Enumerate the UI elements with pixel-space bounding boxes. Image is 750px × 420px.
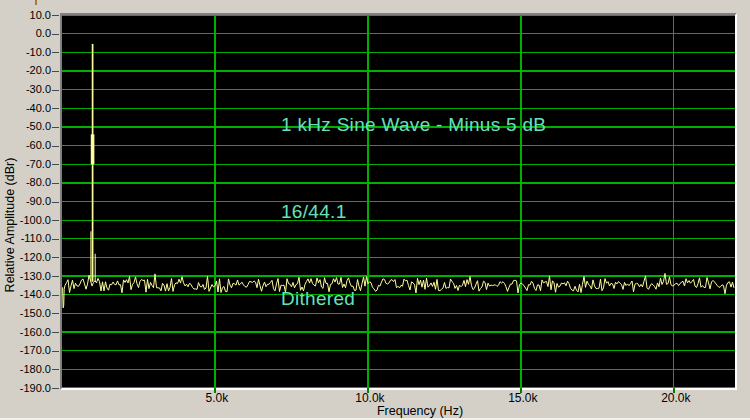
y-tick-label: -110.0 — [0, 232, 51, 245]
x-tick-label: 20.0k — [661, 391, 690, 405]
y-tick-mark — [52, 239, 59, 240]
y-tick-mark — [52, 295, 59, 296]
y-tick-label: -100.0 — [0, 214, 51, 227]
y-tick-mark — [52, 34, 59, 35]
y-tick-label: -150.0 — [0, 307, 51, 320]
x-tick-label: 15.0k — [508, 391, 537, 405]
y-tick-mark — [52, 71, 59, 72]
y-tick-mark — [52, 90, 59, 91]
y-tick-label: -130.0 — [0, 270, 51, 283]
screen-artifact-mark — [35, 0, 37, 5]
y-tick-label: -120.0 — [0, 251, 51, 264]
y-tick-label: 10.0 — [0, 9, 51, 22]
y-tick-mark — [52, 202, 59, 203]
y-tick-label: -140.0 — [0, 288, 51, 301]
chart-annotation-line-2: 16/44.1 — [281, 197, 546, 226]
y-tick-mark — [52, 146, 59, 147]
y-tick-mark — [52, 127, 59, 128]
y-tick-mark — [52, 220, 59, 221]
y-tick-mark — [52, 313, 59, 314]
y-tick-mark — [52, 332, 59, 333]
chart-annotation-line-1: 1 kHz Sine Wave - Minus 5 dB — [281, 110, 546, 139]
chart-annotation: 1 kHz Sine Wave - Minus 5 dB 16/44.1 Dit… — [281, 52, 546, 371]
y-tick-mark — [52, 257, 59, 258]
y-tick-mark — [52, 369, 59, 370]
x-axis-title: Frequency (Hz) — [377, 404, 463, 418]
y-tick-label: -40.0 — [0, 102, 51, 115]
y-tick-label: -10.0 — [0, 46, 51, 59]
y-tick-mark — [52, 276, 59, 277]
y-tick-mark — [52, 183, 59, 184]
y-tick-label: -80.0 — [0, 176, 51, 189]
y-tick-mark — [52, 52, 59, 53]
y-tick-label: -50.0 — [0, 120, 51, 133]
y-tick-label: 0.0 — [0, 27, 51, 40]
y-tick-label: -30.0 — [0, 83, 51, 96]
y-tick-label: -20.0 — [0, 64, 51, 77]
spectrum-analyzer-window: Relative Amplitude (dBr) 10.00.0-10.0-20… — [0, 0, 750, 420]
x-tick-label: 10.0k — [355, 391, 384, 405]
y-tick-label: -180.0 — [0, 363, 51, 376]
y-tick-mark — [52, 164, 59, 165]
y-tick-label: -90.0 — [0, 195, 51, 208]
y-tick-mark — [52, 108, 59, 109]
y-tick-label: -60.0 — [0, 139, 51, 152]
y-tick-label: -170.0 — [0, 344, 51, 357]
chart-annotation-line-3: Dithered — [281, 284, 546, 313]
y-tick-label: -70.0 — [0, 158, 51, 171]
y-tick-label: -190.0 — [0, 382, 51, 395]
y-tick-mark — [52, 388, 59, 389]
y-tick-mark — [52, 15, 59, 16]
spectrum-plot: 1 kHz Sine Wave - Minus 5 dB 16/44.1 Dit… — [60, 13, 737, 390]
y-tick-label: -160.0 — [0, 326, 51, 339]
x-tick-label: 5.0k — [206, 391, 229, 405]
y-tick-mark — [52, 351, 59, 352]
